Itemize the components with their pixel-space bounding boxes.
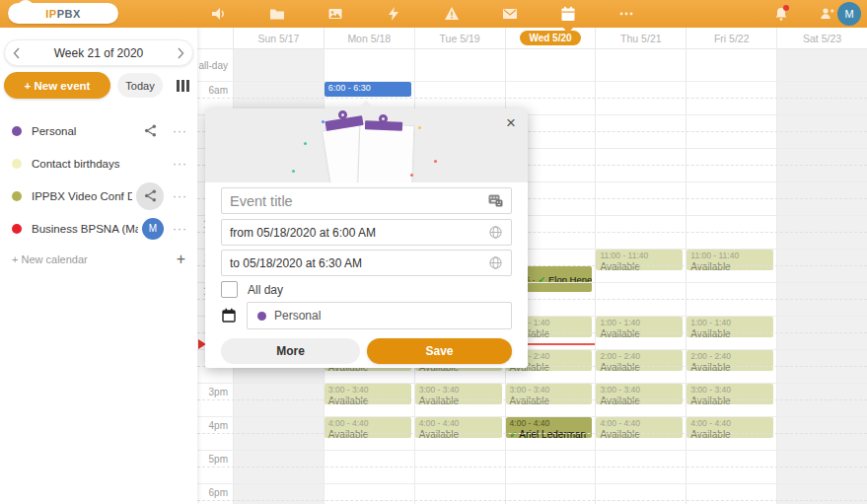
- available-slot[interactable]: 3:00 - 3:40Available: [596, 384, 683, 404]
- calendar-color-dot: [12, 191, 22, 201]
- event-title: Available: [690, 362, 769, 371]
- available-slot[interactable]: 4:00 - 4:40Available: [686, 417, 773, 438]
- announcement-icon[interactable]: [211, 6, 227, 22]
- today-button[interactable]: Today: [117, 73, 163, 98]
- available-slot[interactable]: 4:00 - 4:40Available: [325, 417, 411, 438]
- event-time: 2:00 - 2:40: [690, 351, 769, 362]
- calendar-color-dot: [12, 159, 22, 169]
- share-icon[interactable]: [143, 123, 158, 138]
- warning-icon[interactable]: [444, 6, 460, 22]
- event-time: 1:00 - 1:40: [690, 318, 769, 328]
- add-person-icon[interactable]: [819, 6, 834, 22]
- to-value: to 05/18/2020 at 6:30 AM: [230, 256, 488, 270]
- week-view-toggle-icon[interactable]: [177, 80, 189, 92]
- available-slot[interactable]: 3:00 - 3:40Available: [506, 384, 593, 404]
- hour-label: 3pm: [197, 387, 228, 397]
- calendar-week-view: Sun 5/17Mon 5/18Tue 5/19Wed 5/20Thu 5/21…: [197, 28, 867, 504]
- emoji-keyboard-icon[interactable]: [488, 194, 503, 207]
- day-header-today[interactable]: Wed 5/20: [506, 28, 596, 48]
- available-slot[interactable]: 1:00 - 1:40Available: [596, 317, 683, 337]
- calendar-menu-icon[interactable]: ···: [173, 159, 187, 169]
- event-title: Available: [690, 396, 769, 404]
- available-slot[interactable]: 2:00 - 2:40Available: [686, 350, 773, 371]
- shared-user-avatar[interactable]: M: [142, 218, 164, 240]
- day-header[interactable]: Fri 5/22: [686, 28, 776, 48]
- mail-icon[interactable]: [502, 6, 518, 22]
- available-slot[interactable]: 11:00 - 11:40Available: [686, 250, 773, 270]
- event-title: Available: [690, 328, 769, 337]
- popover-illustration: [205, 108, 528, 182]
- hour-label: 4pm: [197, 420, 228, 431]
- available-slot[interactable]: 4:00 - 4:40Available: [415, 417, 502, 438]
- lightning-icon[interactable]: [386, 6, 401, 22]
- available-slot[interactable]: 3:00 - 3:40Available: [325, 384, 411, 404]
- image-icon[interactable]: [327, 6, 343, 22]
- calendar-name: Personal: [32, 125, 132, 137]
- calendar-color-dot: [12, 126, 22, 136]
- day-header[interactable]: Mon 5/18: [325, 28, 414, 48]
- day-header[interactable]: Sun 5/17: [234, 28, 324, 48]
- more-button[interactable]: More: [221, 338, 360, 364]
- event-title: Available: [600, 362, 679, 371]
- next-week-button[interactable]: [169, 41, 192, 65]
- hour-label: 6am: [197, 85, 228, 96]
- available-slot[interactable]: 1:00 - 1:40Available: [686, 317, 773, 337]
- available-slot[interactable]: 4:00 - 4:40Available: [596, 417, 683, 438]
- available-slot[interactable]: 3:00 - 3:40Available: [686, 384, 773, 404]
- confetti-dot: [292, 170, 295, 173]
- day-header[interactable]: Tue 5/19: [415, 28, 505, 48]
- event-time: 4:00 - 4:40: [419, 418, 498, 429]
- ippbx-logo[interactable]: IPPBX: [8, 3, 118, 24]
- week-label: Week 21 of 2020: [29, 46, 169, 60]
- event-block[interactable]: 6:00 - 6:30: [325, 82, 411, 97]
- calendar-list-item[interactable]: Contact birthdays ···: [0, 147, 197, 180]
- calendar-list: Personal ··· Contact birthdays ··· IPPBX…: [0, 114, 197, 274]
- all-day-checkbox[interactable]: [221, 281, 238, 298]
- calendar-color-dot: [12, 224, 22, 234]
- calendar-list-item[interactable]: Business BPSNA (Matthe... M···: [0, 212, 197, 245]
- event-block[interactable]: 4:00 - 4:40✔ Ariel Lederman: [506, 417, 593, 438]
- event-title-input[interactable]: [230, 193, 488, 209]
- event-time: 3:00 - 3:40: [510, 385, 589, 396]
- event-time: 3:00 - 3:40: [600, 385, 679, 396]
- save-button[interactable]: Save: [367, 338, 512, 364]
- new-event-button[interactable]: + New event: [4, 72, 110, 99]
- day-header[interactable]: Sat 5/23: [777, 28, 867, 48]
- top-toolbar: IPPBX M: [0, 0, 867, 28]
- calendar-select[interactable]: Personal: [247, 302, 512, 329]
- all-day-row: All day: [221, 281, 283, 298]
- event-title: Available: [328, 429, 407, 438]
- calendar-name: Business BPSNA (Matthe...: [32, 223, 138, 235]
- event-to-field[interactable]: to 05/18/2020 at 6:30 AM: [221, 250, 512, 276]
- calendar-list-item[interactable]: IPPBX Video Conf Demo ···: [0, 180, 197, 212]
- available-slot[interactable]: 3:00 - 3:40Available: [415, 384, 502, 404]
- day-header[interactable]: Thu 5/21: [596, 28, 686, 48]
- calendar-menu-icon[interactable]: ···: [173, 126, 187, 136]
- timezone-globe-icon[interactable]: [488, 255, 503, 270]
- event-time: 4:00 - 4:40: [600, 418, 679, 429]
- share-icon[interactable]: [143, 188, 158, 203]
- calendar-icon[interactable]: [560, 6, 576, 22]
- logo-text: IPPBX: [45, 8, 81, 20]
- event-time: 3:00 - 3:40: [690, 385, 769, 396]
- event-title: Available: [690, 261, 769, 270]
- event-from-field[interactable]: from 05/18/2020 at 6:00 AM: [221, 219, 512, 246]
- prev-week-button[interactable]: [5, 41, 29, 65]
- close-icon[interactable]: ×: [506, 114, 516, 131]
- calendar-menu-icon[interactable]: ···: [173, 191, 187, 201]
- clipboard-illustration: [357, 123, 415, 182]
- timezone-globe-icon[interactable]: [488, 225, 503, 240]
- calendar-menu-icon[interactable]: ···: [173, 224, 187, 234]
- new-calendar-button[interactable]: + New calendar: [12, 253, 177, 265]
- calendar-list-item[interactable]: Personal ···: [0, 114, 197, 147]
- more-icon[interactable]: [618, 6, 634, 22]
- check-icon: ✔: [538, 267, 545, 292]
- event-title: Available: [510, 396, 589, 404]
- available-slot[interactable]: 2:00 - 2:40Available: [596, 350, 683, 371]
- folder-icon[interactable]: [269, 6, 285, 22]
- user-avatar[interactable]: M: [837, 2, 861, 26]
- available-slot[interactable]: 11:00 - 11:40Available: [596, 250, 683, 270]
- event-title-field: [221, 187, 512, 214]
- new-event-popover: × from 05/18/2020 at 6:00 AM to 05/18/20…: [205, 108, 528, 368]
- add-calendar-icon[interactable]: +: [177, 251, 185, 268]
